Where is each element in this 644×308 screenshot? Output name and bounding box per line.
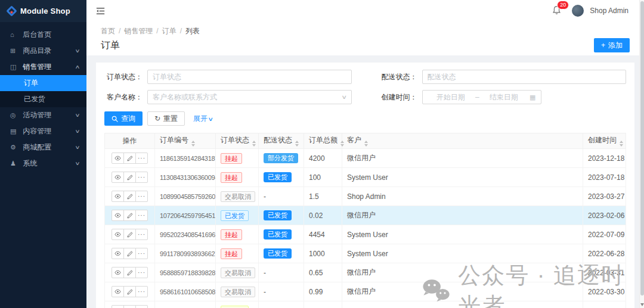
sort-icon[interactable] xyxy=(620,141,623,147)
menu-fold-icon[interactable] xyxy=(96,7,105,15)
order-status-input[interactable] xyxy=(147,70,352,84)
reset-button[interactable]: ↻ 重置 xyxy=(147,111,185,126)
view-button[interactable] xyxy=(112,286,124,297)
add-button[interactable]: + 添加 xyxy=(594,38,630,52)
more-button[interactable]: ··· xyxy=(135,286,148,297)
sort-icon[interactable] xyxy=(191,141,195,147)
more-button[interactable]: ··· xyxy=(135,153,148,164)
sidebar-item-label: 活动管理 xyxy=(23,111,51,119)
date-range-picker[interactable]: 开始日期 – 结束日期 ▦ xyxy=(422,90,541,104)
table-row[interactable]: ···958885971883982848交易取消-0.65微信用户2022-0… xyxy=(105,263,626,282)
sidebar-item-sales[interactable]: ◫ 销售管理 ∧ xyxy=(0,59,86,75)
table-row[interactable]: ···995202340854169600挂起已发货4454System Use… xyxy=(105,225,626,244)
edit-button[interactable] xyxy=(123,191,136,202)
table-row[interactable]: ···1089904585759260672交易取消-1.5Shop Admin… xyxy=(105,187,626,206)
eye-icon xyxy=(114,155,121,161)
view-button[interactable] xyxy=(112,210,124,221)
delivery-status-badge: 已发货 xyxy=(264,248,292,259)
expand-link[interactable]: 展开∨ xyxy=(193,114,213,124)
order-total: 0.99 xyxy=(304,282,342,301)
view-button[interactable] xyxy=(112,305,124,308)
order-status-badge: 已付款 xyxy=(221,306,249,308)
view-button[interactable] xyxy=(112,153,124,164)
search-icon xyxy=(112,116,118,122)
breadcrumb-item: 列表 xyxy=(185,27,200,35)
sort-icon[interactable] xyxy=(252,141,256,147)
avatar[interactable] xyxy=(572,5,584,17)
sidebar-item-catalog[interactable]: ⊞ 商品目录 ∨ xyxy=(0,43,86,59)
breadcrumb: 首页/销售管理/订单/列表 xyxy=(101,26,630,35)
sidebar-item-shipped[interactable]: 已发货 xyxy=(0,91,86,107)
sort-icon[interactable] xyxy=(340,141,344,147)
sidebar-item-content[interactable]: ▤ 内容管理 ∨ xyxy=(0,123,86,139)
view-button[interactable] xyxy=(112,267,124,278)
chevron-down-icon: ∨ xyxy=(75,139,80,155)
table-row[interactable]: ···958616101065850880交易取消-0.99微信用户2022-0… xyxy=(105,282,626,301)
table-row[interactable]: ···941834499372214272已付款-234- xyxy=(105,301,626,308)
edit-button[interactable] xyxy=(123,267,136,278)
col-header-order-status[interactable]: 订单状态 xyxy=(216,133,259,149)
sidebar-item-mall-config[interactable]: ⚙ 商城配置 ∨ xyxy=(0,139,86,155)
sort-icon[interactable] xyxy=(295,141,299,147)
customer-name: 微信用户 xyxy=(342,206,583,225)
delivery-status-input[interactable] xyxy=(422,70,627,84)
edit-button[interactable] xyxy=(123,172,136,183)
table-row[interactable]: ···991178099389366272挂起已发货1000System Use… xyxy=(105,244,626,263)
sales-submenu: 订单 已发货 xyxy=(0,75,86,107)
view-button[interactable] xyxy=(112,172,124,183)
logo[interactable]: Module Shop xyxy=(0,0,86,22)
table-row[interactable]: ···1186135914284318720挂起部分发货4200微信用户2023… xyxy=(105,149,626,168)
more-button[interactable]: ··· xyxy=(135,305,148,308)
sidebar-item-label: 后台首页 xyxy=(23,30,51,39)
scrollbar-thumb[interactable] xyxy=(640,1,644,295)
query-button[interactable]: 查询 xyxy=(104,111,143,126)
sidebar-item-label: 销售管理 xyxy=(23,63,51,71)
breadcrumb-item[interactable]: 订单 xyxy=(162,27,177,35)
col-header-order-no[interactable]: 订单编号 xyxy=(155,133,216,149)
customer-name-select[interactable]: 客户名称或联系方式 ∨ xyxy=(147,90,352,104)
col-header-created[interactable]: 创建时间 xyxy=(583,133,626,149)
order-card: 订单状态： 配送状态： 客户名称： 客户名称或联系方式 ∨ 创建时间： xyxy=(96,63,634,308)
sidebar-item-activity[interactable]: ◎ 活动管理 ∨ xyxy=(0,107,86,123)
table-row[interactable]: ···1130843130636009472挂起已发货100System Use… xyxy=(105,168,626,187)
col-header-delivery-status[interactable]: 配送状态 xyxy=(259,133,304,149)
more-button[interactable]: ··· xyxy=(135,229,148,240)
more-button[interactable]: ··· xyxy=(135,248,148,259)
more-button[interactable]: ··· xyxy=(135,191,148,202)
edit-button[interactable] xyxy=(123,229,136,240)
page-header: 首页/销售管理/订单/列表 订单 + 添加 xyxy=(86,21,644,57)
view-button[interactable] xyxy=(112,248,124,259)
created-date: 2023-07-18 xyxy=(583,168,626,187)
sidebar-item-dashboard[interactable]: ⌂ 后台首页 xyxy=(0,27,86,43)
breadcrumb-item[interactable]: 销售管理 xyxy=(124,27,153,35)
more-button[interactable]: ··· xyxy=(135,267,148,278)
created-date: 2023-12-18 xyxy=(583,149,626,168)
table-row[interactable]: ···1072064259795451904已发货已发货0.02微信用户2023… xyxy=(105,206,626,225)
breadcrumb-item[interactable]: 首页 xyxy=(101,27,115,35)
sidebar-item-orders[interactable]: 订单 xyxy=(0,75,86,91)
user-name[interactable]: Shop Admin xyxy=(590,7,628,15)
order-status-badge: 交易取消 xyxy=(221,287,255,297)
start-date-field[interactable]: 开始日期 xyxy=(428,92,474,102)
scrollbar-down-arrow-icon[interactable] xyxy=(640,303,644,306)
edit-button[interactable] xyxy=(123,210,136,221)
edit-button[interactable] xyxy=(123,153,136,164)
eye-icon xyxy=(114,213,121,218)
more-button[interactable]: ··· xyxy=(135,210,148,221)
edit-button[interactable] xyxy=(123,286,136,297)
sort-icon[interactable] xyxy=(364,141,368,147)
chevron-down-icon: ∨ xyxy=(75,123,80,139)
view-button[interactable] xyxy=(112,229,124,240)
vertical-scrollbar[interactable] xyxy=(639,0,644,308)
created-date: 2022-03-31 xyxy=(583,263,626,282)
sidebar-item-system[interactable]: ♟ 系统 ∨ xyxy=(0,155,86,172)
more-button[interactable]: ··· xyxy=(135,172,148,183)
view-button[interactable] xyxy=(112,191,124,202)
notification-bell-icon[interactable]: 20 xyxy=(552,5,561,17)
order-number: 1130843130636009472 xyxy=(160,174,216,181)
col-header-customer[interactable]: 客户 xyxy=(342,133,583,149)
end-date-field[interactable]: 结束日期 xyxy=(481,92,527,102)
edit-button[interactable] xyxy=(123,305,136,308)
edit-button[interactable] xyxy=(123,248,136,259)
col-header-total[interactable]: 订单总额 xyxy=(304,133,342,149)
